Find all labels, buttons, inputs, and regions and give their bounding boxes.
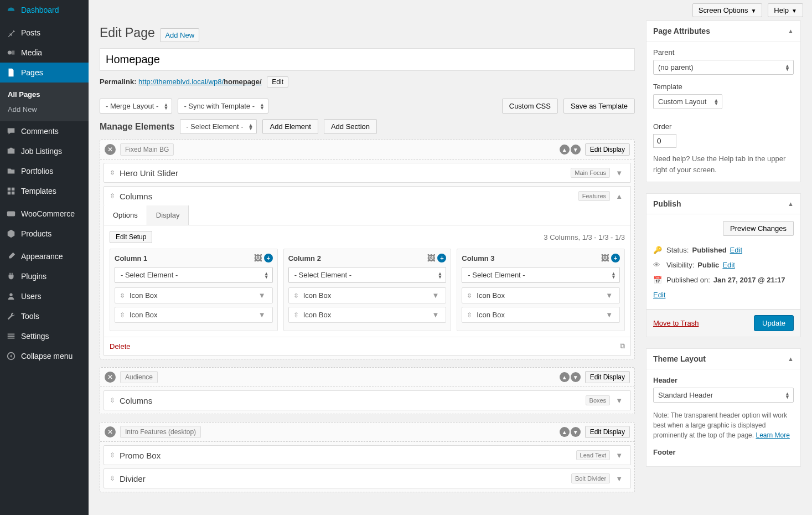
preview-changes-button[interactable]: Preview Changes — [723, 221, 794, 236]
collapse-toggle-icon[interactable]: ▼ — [613, 475, 625, 483]
sidebar-item-products[interactable]: Products — [0, 224, 89, 244]
sidebar-item-job-listings[interactable]: Job Listings — [0, 141, 89, 161]
image-icon[interactable]: 🖼 — [254, 254, 262, 262]
sidebar-item-pages[interactable]: Pages — [0, 63, 89, 83]
drag-handle-icon[interactable]: ⇳ — [110, 192, 115, 200]
header-select[interactable]: Standard Header▲▼ — [653, 388, 794, 403]
published-edit-link[interactable]: Edit — [653, 291, 665, 299]
collapse-toggle-icon[interactable]: ▼ — [430, 291, 441, 300]
add-new-page-button[interactable]: Add New — [160, 28, 199, 42]
collapse-toggle-icon[interactable]: ▼ — [613, 451, 625, 460]
element-hero-unit-slider[interactable]: ⇳ Hero Unit Slider Main Focus ▼ — [104, 163, 631, 183]
collapse-toggle-icon[interactable]: ▼ — [613, 396, 625, 405]
edit-display-button[interactable]: Edit Display — [585, 371, 630, 383]
section-remove-button[interactable]: ✕ — [105, 426, 116, 437]
collapse-toggle-icon[interactable]: ▼ — [603, 291, 615, 300]
collapse-toggle-icon[interactable]: ▼ — [430, 311, 441, 319]
drag-handle-icon[interactable]: ⇳ — [110, 475, 115, 482]
move-to-trash-link[interactable]: Move to Trash — [653, 319, 699, 327]
custom-css-button[interactable]: Custom CSS — [502, 99, 558, 114]
drag-handle-icon[interactable]: ⇳ — [110, 396, 115, 404]
section-move-up-button[interactable]: ▲ — [560, 145, 570, 154]
section-name-tag[interactable]: Intro Features (desktop) — [120, 426, 201, 438]
section-move-up-button[interactable]: ▲ — [560, 427, 570, 437]
collapse-toggle-icon[interactable]: ▼ — [256, 311, 268, 319]
edit-display-button[interactable]: Edit Display — [585, 426, 630, 438]
section-remove-button[interactable]: ✕ — [105, 144, 116, 155]
column-element-row[interactable]: ⇳Icon Box▼ — [462, 307, 620, 323]
section-move-down-button[interactable]: ▼ — [571, 145, 581, 154]
sidebar-item-posts[interactable]: Posts — [0, 23, 89, 43]
add-element-button[interactable]: Add Element — [262, 119, 318, 134]
column-select-element[interactable]: - Select Element -▲▼ — [462, 267, 620, 283]
postbox-toggle-icon[interactable]: ▲ — [788, 200, 794, 207]
section-move-down-button[interactable]: ▼ — [571, 427, 581, 437]
section-move-up-button[interactable]: ▲ — [560, 372, 570, 382]
submenu-add-new[interactable]: Add New — [0, 102, 89, 117]
permalink-edit-button[interactable]: Edit — [267, 76, 288, 87]
sync-template-select[interactable]: - Sync with Template - ▲▼ — [178, 99, 268, 114]
element-columns[interactable]: ⇳ Columns Boxes ▼ — [104, 390, 631, 410]
sidebar-item-dashboard[interactable]: Dashboard — [0, 0, 89, 20]
edit-setup-button[interactable]: Edit Setup — [110, 231, 152, 243]
post-title-input[interactable] — [100, 48, 635, 71]
section-move-down-button[interactable]: ▼ — [571, 372, 581, 382]
save-template-button[interactable]: Save as Template — [563, 99, 635, 114]
submenu-all-pages[interactable]: All Pages — [0, 87, 89, 102]
visibility-edit-link[interactable]: Edit — [722, 261, 735, 269]
edit-display-button[interactable]: Edit Display — [585, 143, 630, 156]
element-promo-box[interactable]: ⇳ Promo Box Lead Text ▼ — [104, 445, 631, 465]
collapse-toggle-icon[interactable]: ▼ — [603, 311, 615, 319]
sidebar-item-settings[interactable]: Settings — [0, 326, 89, 346]
help-button[interactable]: Help▼ — [768, 3, 803, 17]
sidebar-item-comments[interactable]: Comments — [0, 121, 89, 141]
tab-display[interactable]: Display — [147, 205, 189, 225]
collapse-toggle-icon[interactable]: ▼ — [613, 169, 625, 177]
column-element-row[interactable]: ⇳Icon Box▼ — [288, 287, 447, 303]
sidebar-item-tools[interactable]: Tools — [0, 306, 89, 326]
column-element-row[interactable]: ⇳Icon Box▼ — [115, 287, 273, 303]
sidebar-item-portfolios[interactable]: Portfolios — [0, 161, 89, 181]
order-input[interactable] — [653, 134, 676, 148]
drag-handle-icon[interactable]: ⇳ — [110, 169, 115, 177]
image-icon[interactable]: 🖼 — [427, 254, 435, 262]
status-edit-link[interactable]: Edit — [730, 246, 742, 254]
drag-handle-icon[interactable]: ⇳ — [467, 311, 472, 319]
screen-options-button[interactable]: Screen Options▼ — [692, 3, 763, 17]
section-remove-button[interactable]: ✕ — [105, 372, 116, 383]
collapse-toggle-icon[interactable]: ▲ — [613, 192, 625, 200]
image-icon[interactable]: 🖼 — [601, 254, 609, 262]
merge-layout-select[interactable]: - Merge Layout - ▲▼ — [100, 99, 172, 114]
add-icon[interactable]: + — [264, 254, 273, 262]
column-element-row[interactable]: ⇳Icon Box▼ — [462, 287, 620, 303]
sidebar-item-appearance[interactable]: Appearance — [0, 246, 89, 266]
drag-handle-icon[interactable]: ⇳ — [110, 451, 115, 459]
column-select-element[interactable]: - Select Element -▲▼ — [288, 267, 447, 283]
parent-select[interactable]: (no parent)▲▼ — [653, 60, 794, 75]
sidebar-item-media[interactable]: Media — [0, 43, 89, 63]
postbox-toggle-icon[interactable]: ▲ — [788, 28, 794, 34]
element-columns[interactable]: ⇳ Columns Features ▲ — [104, 186, 631, 205]
learn-more-link[interactable]: Learn More — [756, 431, 789, 439]
column-element-row[interactable]: ⇳Icon Box▼ — [115, 307, 273, 323]
update-button[interactable]: Update — [754, 315, 794, 331]
add-icon[interactable]: + — [437, 254, 446, 262]
template-select[interactable]: Custom Layout▲▼ — [653, 94, 722, 109]
permalink-link[interactable]: http://themeblvd.local/wp8/homepage/ — [138, 78, 262, 86]
drag-handle-icon[interactable]: ⇳ — [293, 292, 299, 300]
tab-options[interactable]: Options — [104, 205, 147, 225]
drag-handle-icon[interactable]: ⇳ — [120, 292, 125, 300]
sidebar-item-plugins[interactable]: Plugins — [0, 266, 89, 286]
section-name-tag[interactable]: Audience — [120, 371, 158, 383]
column-element-row[interactable]: ⇳Icon Box▼ — [288, 307, 447, 323]
sidebar-item-users[interactable]: Users — [0, 286, 89, 306]
drag-handle-icon[interactable]: ⇳ — [467, 292, 472, 300]
duplicate-icon[interactable]: ⧉ — [620, 342, 625, 351]
drag-handle-icon[interactable]: ⇳ — [120, 311, 125, 319]
element-divider[interactable]: ⇳ Divider Bolt Divider ▼ — [104, 468, 631, 488]
drag-handle-icon[interactable]: ⇳ — [293, 311, 299, 319]
delete-element-link[interactable]: Delete — [110, 342, 131, 351]
sidebar-item-woocommerce[interactable]: WooCommerce — [0, 204, 89, 224]
sidebar-item-templates[interactable]: Templates — [0, 181, 89, 201]
sidebar-item-collapse[interactable]: Collapse menu — [0, 346, 89, 366]
